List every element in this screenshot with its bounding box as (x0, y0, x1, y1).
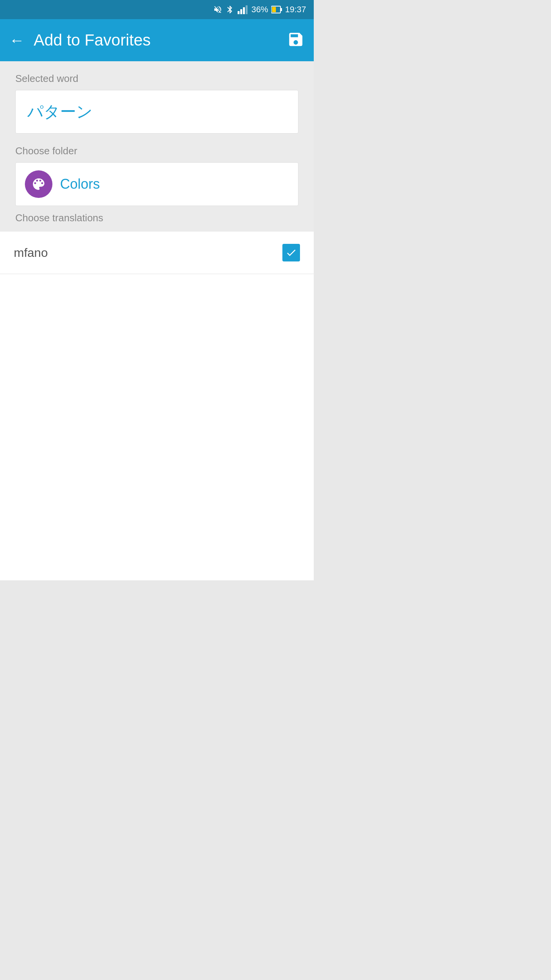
content-section: Selected word パターン Choose folder Colors … (0, 61, 314, 232)
folder-selector[interactable]: Colors (15, 162, 298, 206)
mute-icon (213, 5, 222, 14)
choose-folder-label: Choose folder (15, 145, 298, 157)
back-button[interactable]: ← (9, 32, 24, 49)
status-icons: 36% 19:37 (213, 5, 306, 15)
battery-icon (271, 5, 282, 14)
save-button[interactable] (287, 31, 305, 50)
svg-rect-2 (243, 7, 245, 14)
svg-rect-1 (240, 9, 242, 14)
empty-content (0, 274, 314, 580)
palette-icon (31, 176, 46, 192)
bluetooth-icon (225, 5, 235, 14)
svg-rect-5 (280, 8, 282, 11)
folder-name-text: Colors (60, 176, 100, 192)
save-icon (287, 31, 305, 48)
battery-text: 36% (251, 5, 268, 15)
app-bar-title: Add to Favorites (34, 31, 151, 49)
choose-translations-label: Choose translations (15, 212, 298, 224)
folder-icon-circle (25, 170, 52, 198)
selected-word-text: パターン (27, 103, 93, 121)
svg-rect-3 (246, 5, 248, 14)
svg-rect-0 (238, 11, 240, 14)
translation-checkbox[interactable] (282, 244, 300, 261)
signal-icon (238, 5, 248, 14)
app-bar: ← Add to Favorites (0, 19, 314, 61)
status-bar: 36% 19:37 (0, 0, 314, 19)
app-bar-left: ← Add to Favorites (9, 31, 151, 49)
selected-word-label: Selected word (15, 73, 298, 85)
translations-list: mfano (0, 232, 314, 274)
word-input-box[interactable]: パターン (15, 90, 298, 134)
checkmark-icon (285, 247, 297, 258)
translation-text: mfano (14, 246, 48, 260)
time-text: 19:37 (285, 5, 306, 15)
translation-item[interactable]: mfano (0, 232, 314, 274)
svg-rect-6 (272, 7, 276, 12)
